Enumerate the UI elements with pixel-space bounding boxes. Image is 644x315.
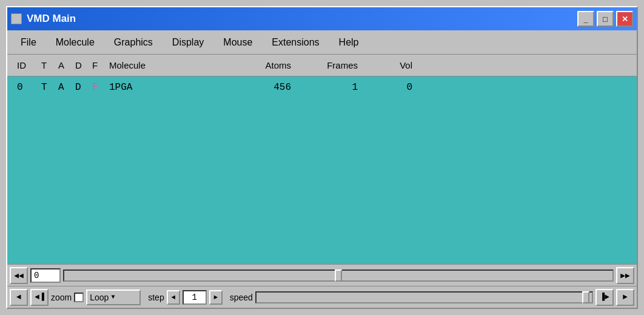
menu-help[interactable]: Help bbox=[330, 35, 367, 50]
menu-file[interactable]: File bbox=[12, 35, 45, 50]
play-reverse-button[interactable]: ◄ bbox=[10, 289, 28, 306]
step-increase-button[interactable]: ► bbox=[209, 290, 223, 305]
menu-graphics[interactable]: Graphics bbox=[106, 35, 161, 50]
menu-extensions[interactable]: Extensions bbox=[263, 35, 327, 50]
row-t: T bbox=[41, 82, 58, 93]
col-header-t: T bbox=[41, 60, 58, 70]
row-atoms: 456 bbox=[243, 82, 303, 93]
step-decrease-button[interactable]: ◄ bbox=[167, 290, 180, 305]
close-button[interactable]: ✕ bbox=[616, 11, 633, 27]
col-header-id: ID bbox=[17, 60, 41, 70]
skip-back-icon: ◀◀ bbox=[14, 271, 24, 280]
speed-slider[interactable] bbox=[255, 291, 593, 303]
zoom-checkbox[interactable] bbox=[74, 293, 84, 302]
molecule-list: 0 T A D F 1PGA 456 1 0 bbox=[7, 76, 637, 264]
col-header-frames: Frames bbox=[303, 60, 376, 70]
menu-display[interactable]: Display bbox=[164, 35, 212, 50]
controls-row: ◄ ◄▐ zoom Loop ▼ step ◄ ► speed bbox=[7, 286, 637, 308]
title-bar: VMD Main _ □ ✕ bbox=[7, 7, 637, 30]
scrubber-row: ◀◀ ▶▶ bbox=[7, 264, 637, 286]
loop-label: Loop bbox=[90, 293, 109, 302]
frame-input[interactable] bbox=[30, 268, 61, 283]
col-header-a: A bbox=[58, 60, 75, 70]
skip-to-start-button[interactable]: ◀◀ bbox=[10, 267, 28, 284]
row-d: D bbox=[75, 82, 92, 93]
vmd-main-window: VMD Main _ □ ✕ File Molecule Graphics Di… bbox=[6, 6, 638, 309]
step-label: step bbox=[148, 293, 164, 302]
play-forward-button[interactable]: ► bbox=[616, 289, 634, 306]
speed-label: speed bbox=[230, 293, 253, 302]
step-decrease-icon: ◄ bbox=[171, 294, 175, 301]
menu-molecule[interactable]: Molecule bbox=[47, 35, 103, 50]
zoom-label: zoom bbox=[51, 293, 72, 302]
col-header-atoms: Atoms bbox=[243, 60, 303, 70]
step-back-button[interactable]: ◄▐ bbox=[30, 289, 49, 306]
menu-mouse[interactable]: Mouse bbox=[215, 35, 261, 50]
step-input[interactable] bbox=[183, 290, 207, 305]
dropdown-arrow-icon: ▼ bbox=[111, 294, 115, 300]
frame-slider[interactable] bbox=[63, 269, 614, 282]
row-id: 0 bbox=[17, 82, 41, 93]
col-header-d: D bbox=[75, 60, 92, 70]
table-header: ID T A D F Molecule Atoms Frames Vol bbox=[7, 55, 637, 76]
step-back-icon: ◄▐ bbox=[35, 293, 44, 302]
table-row[interactable]: 0 T A D F 1PGA 456 1 0 bbox=[7, 76, 637, 98]
frame-slider-thumb[interactable] bbox=[335, 269, 342, 282]
play-forward-icon: ► bbox=[623, 293, 628, 302]
speed-slider-thumb[interactable] bbox=[582, 291, 589, 303]
title-buttons: _ □ ✕ bbox=[577, 11, 633, 27]
menubar: File Molecule Graphics Display Mouse Ext… bbox=[7, 30, 637, 55]
col-header-molecule: Molecule bbox=[109, 60, 243, 70]
col-header-f: F bbox=[92, 60, 109, 70]
col-header-vol: Vol bbox=[376, 60, 412, 70]
row-a: A bbox=[58, 82, 75, 93]
minimize-button[interactable]: _ bbox=[577, 11, 594, 27]
step-increase-icon: ► bbox=[213, 294, 218, 301]
step-forward-icon: ▐► bbox=[600, 293, 609, 302]
row-frames: 1 bbox=[303, 82, 376, 93]
skip-forward-icon: ▶▶ bbox=[620, 271, 630, 280]
row-vol: 0 bbox=[376, 82, 412, 93]
row-molecule: 1PGA bbox=[109, 82, 243, 93]
app-icon bbox=[11, 13, 22, 24]
row-f: F bbox=[92, 82, 109, 93]
title-bar-left: VMD Main bbox=[11, 13, 76, 25]
skip-to-end-button[interactable]: ▶▶ bbox=[616, 267, 634, 284]
maximize-button[interactable]: □ bbox=[597, 11, 614, 27]
bottom-bar: ◀◀ ▶▶ ◄ ◄▐ zoom Loop ▼ step bbox=[7, 264, 637, 308]
play-reverse-icon: ◄ bbox=[16, 293, 21, 302]
loop-dropdown[interactable]: Loop ▼ bbox=[86, 290, 141, 305]
window-title: VMD Main bbox=[27, 13, 76, 25]
step-forward-button[interactable]: ▐► bbox=[595, 289, 614, 306]
